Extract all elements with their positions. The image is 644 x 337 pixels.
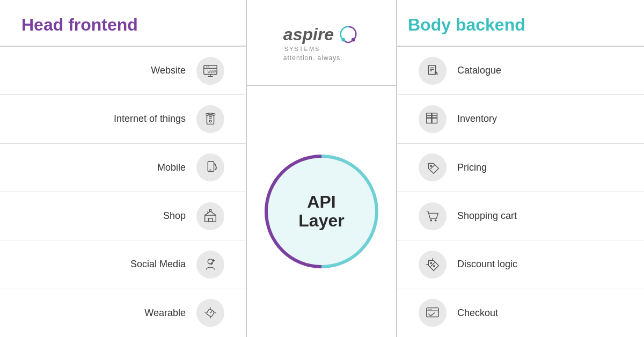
- social-icon: [196, 251, 224, 279]
- list-item: Shop: [0, 192, 246, 240]
- api-circle: API Layer: [268, 158, 375, 265]
- aspire-logo-icon: [337, 23, 360, 46]
- left-panel: Head frontend Website WWW: [0, 0, 247, 337]
- list-item: Social Media: [0, 240, 246, 289]
- svg-point-35: [430, 165, 432, 167]
- list-item: Catalogue: [397, 47, 644, 95]
- svg-point-24: [342, 38, 346, 42]
- discount-icon: [419, 251, 447, 279]
- svg-point-38: [435, 219, 437, 221]
- api-layer-area: API Layer: [268, 86, 375, 337]
- social-label: Social Media: [130, 259, 186, 270]
- list-item: Checkout: [397, 289, 644, 337]
- list-item: Mobile: [0, 144, 246, 192]
- shop-svg: [202, 208, 218, 224]
- iot-label: Internet of things: [114, 113, 186, 124]
- pricing-svg: [425, 159, 441, 175]
- catalogue-icon: [419, 57, 447, 85]
- catalogue-svg: [425, 63, 441, 79]
- svg-rect-13: [208, 218, 213, 222]
- logo-text-row: aspire: [283, 23, 360, 46]
- list-item: Wearable: [0, 289, 246, 337]
- shop-icon: [196, 202, 224, 230]
- wearable-icon: [196, 299, 224, 327]
- svg-point-37: [430, 219, 432, 221]
- left-title: Head frontend: [21, 15, 138, 35]
- svg-point-15: [209, 209, 211, 211]
- api-circle-inner: API Layer: [271, 161, 372, 262]
- center-panel: aspire SYSTEMS attention. always.: [247, 0, 397, 337]
- shopping-cart-icon: [419, 202, 447, 230]
- catalogue-label: Catalogue: [457, 65, 501, 76]
- list-item: Inventory: [397, 95, 644, 143]
- main-container: Head frontend Website WWW: [0, 0, 644, 337]
- website-icon: WWW: [196, 57, 224, 85]
- wearable-svg: [202, 305, 218, 321]
- right-title: Body backend: [408, 15, 525, 35]
- mobile-label: Mobile: [157, 162, 186, 173]
- left-header: Head frontend: [0, 0, 246, 47]
- right-header: Body backend: [397, 0, 644, 47]
- right-items: Catalogue Inventory: [397, 47, 644, 337]
- api-text-line2: Layer: [298, 211, 344, 230]
- right-panel: Body backend Catalogue: [397, 0, 644, 337]
- svg-point-39: [430, 262, 432, 264]
- shopping-cart-svg: [425, 208, 441, 224]
- wearable-label: Wearable: [144, 307, 186, 319]
- inventory-label: Inventory: [457, 113, 497, 124]
- svg-point-10: [209, 120, 211, 122]
- svg-point-23: [352, 38, 355, 42]
- svg-rect-29: [427, 118, 431, 123]
- svg-rect-30: [432, 118, 437, 123]
- shopping-cart-label: Shopping cart: [457, 210, 517, 222]
- iot-icon: [196, 105, 224, 133]
- social-svg: [202, 257, 218, 273]
- checkout-icon: [419, 299, 447, 327]
- left-items: Website WWW Internet of things: [0, 47, 246, 337]
- discount-label: Discount logic: [457, 259, 517, 270]
- svg-text:WWW: WWW: [207, 69, 217, 73]
- list-item: Internet of things: [0, 95, 246, 143]
- mobile-icon: [196, 153, 224, 181]
- checkout-label: Checkout: [457, 307, 498, 319]
- logo-aspire-text: aspire: [283, 25, 334, 45]
- inventory-icon: [419, 105, 447, 133]
- mobile-svg: [202, 159, 218, 175]
- shop-label: Shop: [163, 210, 186, 222]
- website-svg: WWW: [202, 63, 218, 79]
- svg-line-22: [210, 311, 212, 313]
- list-item: Shopping cart: [397, 192, 644, 240]
- website-label: Website: [151, 65, 186, 76]
- svg-point-40: [433, 265, 435, 267]
- list-item: Pricing: [397, 144, 644, 192]
- logo-container: aspire SYSTEMS attention. always.: [283, 23, 360, 62]
- logo-tagline-text: attention. always.: [283, 54, 343, 62]
- discount-svg: [425, 257, 441, 273]
- pricing-icon: [419, 153, 447, 181]
- checkout-svg: [425, 305, 441, 321]
- api-text-line1: API: [307, 193, 335, 211]
- iot-svg: [202, 111, 218, 127]
- svg-rect-42: [427, 308, 439, 317]
- pricing-label: Pricing: [457, 162, 487, 173]
- inventory-svg: [425, 111, 441, 127]
- list-item: Website WWW: [0, 47, 246, 95]
- list-item: Discount logic: [397, 240, 644, 289]
- svg-rect-25: [429, 65, 436, 74]
- logo-area: aspire SYSTEMS attention. always.: [247, 0, 396, 86]
- logo-systems-text: SYSTEMS: [284, 46, 320, 52]
